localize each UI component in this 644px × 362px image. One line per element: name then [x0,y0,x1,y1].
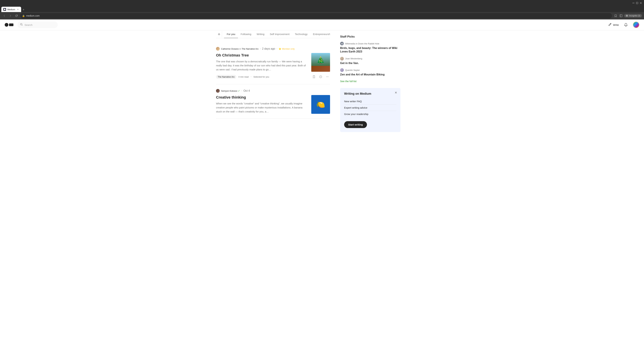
medium-app: Search Write F [0,19,644,132]
back-button[interactable] [2,13,7,18]
pick-author-name[interactable]: Wikimedia [345,42,355,45]
add-topic-button[interactable] [216,31,222,37]
save-article-button[interactable] [311,74,317,79]
article-body: Oh Christmas Tree The one that was chose… [216,53,330,72]
maximize-button[interactable] [636,2,638,4]
incognito-label: Incognito (3) [629,14,640,17]
article-meta: Semyon Kolosov ✓ · Oct 4 [216,89,330,93]
svg-rect-1 [636,2,638,4]
sidebar: Staff Picks W Wikimedia in Down the Rabb… [340,30,400,132]
member-badge: ⭐ Member-only [278,48,295,50]
address-bar[interactable]: 🔒 medium.com [20,13,612,18]
tab-close-button[interactable]: ✕ [16,8,19,11]
read-time: 4 min read [238,76,248,78]
pick-avatar[interactable] [340,57,344,60]
article-publication[interactable]: The Narrative Arc [242,48,258,50]
tab-entrepreneurship[interactable]: Entrepreneurship [310,30,330,38]
article-title[interactable]: Creative thinking [216,95,307,100]
svg-rect-4 [620,14,622,17]
browser-toolbar: 🔒 medium.com Incognito (3) [0,12,644,19]
sidebar-button[interactable] [619,13,623,18]
expert-writing-advice-link[interactable]: Expert writing advice [344,105,396,111]
medium-logo[interactable] [5,23,14,27]
tab-title: Medium [8,8,15,11]
search-placeholder: Search [24,23,32,26]
tab-following[interactable]: Following [238,30,254,38]
forward-button[interactable] [8,13,13,18]
incognito-button[interactable]: Incognito (3) [624,14,642,17]
pick-avatar[interactable] [340,68,344,72]
logo-graphic [5,23,14,27]
browser-actions: Incognito (3) [613,13,642,18]
author-avatar[interactable] [216,47,220,51]
writing-card-title: Writing on Medium [344,92,396,95]
author-name[interactable]: Semyon Kolosov [221,90,238,92]
article-thumbnail[interactable] [311,95,330,114]
pick-avatar[interactable]: W [340,42,344,45]
tab-technology[interactable]: Technology [292,30,310,38]
svg-rect-0 [632,3,634,3]
svg-point-16 [326,77,327,77]
refresh-button[interactable] [14,13,19,18]
browser-tabs: Medium ✕ + [0,6,644,12]
article-title[interactable]: Oh Christmas Tree [216,53,307,58]
tab-writing[interactable]: Writing [254,30,267,38]
grow-readership-link[interactable]: Grow your readership [344,111,396,117]
svg-line-9 [22,25,23,26]
author-avatar[interactable] [216,89,220,93]
article-body: Creative thinking When we see the words … [216,95,330,114]
article-meta: Catherine Oceano in The Narrative Arc · … [216,47,330,51]
write-icon [608,23,612,27]
see-full-list-link[interactable]: See the full list [340,80,400,83]
address-text: medium.com [26,14,610,17]
article-text: Creative thinking When we see the words … [216,95,307,114]
browser-chrome: Medium ✕ + 🔒 medium.com In [0,0,644,19]
notifications-button[interactable] [623,22,629,28]
staff-picks-section: Staff Picks W Wikimedia in Down the Rabb… [340,35,400,83]
article-excerpt: The one that was chosen by a democratica… [216,59,307,71]
member-label: Member-only [282,48,295,50]
writing-card-close-button[interactable]: ✕ [394,90,398,95]
author-name[interactable]: Catherine Oceano [221,48,239,50]
search-icon [20,23,23,26]
member-icon: ⭐ [278,48,281,50]
tab-for-you[interactable]: For you [224,30,238,38]
hide-article-button[interactable] [318,74,323,79]
header-right: Write [608,22,639,28]
more-options-button[interactable] [325,74,330,79]
medium-header: Search Write [0,19,644,30]
article-thumbnail[interactable] [311,53,330,72]
active-tab[interactable]: Medium ✕ [1,7,21,12]
article-author-line: Catherine Oceano in The Narrative Arc [221,48,258,50]
pick-title[interactable]: Get in the Van. [340,61,400,65]
main-feed: For you Following Writing Self Improveme… [216,30,340,132]
pick-author-name[interactable]: Joan Westenberg [345,57,362,60]
new-tab-button[interactable]: + [21,7,26,12]
tab-self-improvement[interactable]: Self Improvement [267,30,292,38]
article-card: Catherine Oceano in The Narrative Arc · … [216,42,330,84]
search-bar[interactable]: Search [18,21,58,28]
pick-author-name[interactable]: Quentin Septer [345,69,360,71]
publication-tag[interactable]: The Narrative Arc [216,75,236,79]
write-button[interactable]: Write [608,23,619,27]
bookmark-button[interactable] [613,13,618,18]
write-label: Write [613,23,619,26]
staff-pick-item: Quentin Septer Zen and the Art of Mounta… [340,68,400,76]
pick-author-row: Joan Westenberg [340,57,400,60]
selected-badge: Selected for you [254,76,269,78]
minimize-button[interactable] [632,2,634,4]
pick-author-info: Wikimedia in Down the Rabbit Hole [345,42,379,45]
article-thumbnail-image [311,53,330,72]
pick-publication[interactable]: Down the Rabbit Hole [358,42,379,45]
article-time: Oct 4 [244,89,250,92]
article-text: Oh Christmas Tree The one that was chose… [216,53,307,71]
user-avatar[interactable] [633,22,639,28]
pick-title[interactable]: Birds, bugs, and beauty: The winners of … [340,46,400,53]
article-excerpt: When we see the words "creative" and "cr… [216,102,307,114]
new-writer-faq-link[interactable]: New writer FAQ [344,98,396,105]
pick-author-row: W Wikimedia in Down the Rabbit Hole [340,42,400,45]
close-button[interactable] [640,2,642,4]
pick-title[interactable]: Zen and the Art of Mountain Biking [340,73,400,76]
medium-content: For you Following Writing Self Improveme… [211,30,433,132]
start-writing-button[interactable]: Start writing [344,121,367,128]
